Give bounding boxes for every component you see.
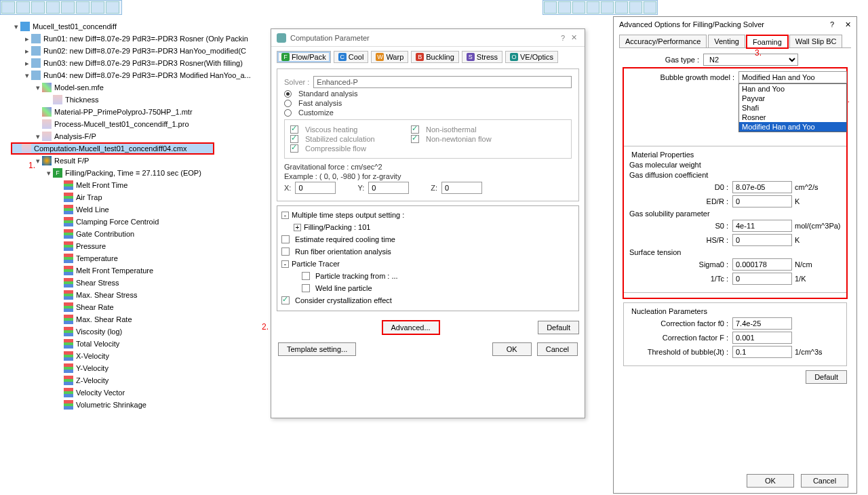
tab-stress[interactable]: SStress xyxy=(462,51,502,63)
tab-foaming[interactable]: Foaming xyxy=(747,35,788,48)
toolbar-btn[interactable] xyxy=(544,1,557,14)
tree-analysis[interactable]: ▾Analysis-F/P xyxy=(12,130,270,142)
d0-input[interactable] xyxy=(732,181,792,193)
dropdown-option[interactable]: Payvar xyxy=(739,94,846,103)
default-button[interactable]: Default xyxy=(806,370,847,384)
ok-button[interactable]: OK xyxy=(747,474,794,488)
tree-result-item[interactable]: Clamping Force Centroid xyxy=(12,216,270,228)
tab-accuracy[interactable]: Accuracy/Performance xyxy=(619,35,707,47)
toolbar-btn[interactable] xyxy=(629,1,642,14)
ok-button[interactable]: OK xyxy=(492,342,532,356)
y-input[interactable] xyxy=(368,182,409,194)
dialog-titlebar[interactable]: Advanced Options for Filling/Packing Sol… xyxy=(614,17,856,32)
solver-select[interactable] xyxy=(313,76,572,88)
sigma-input[interactable] xyxy=(732,258,792,271)
tree-result-item[interactable]: Gate Contribution xyxy=(12,228,270,240)
toolbar-btn[interactable] xyxy=(61,1,75,14)
z-input[interactable] xyxy=(441,182,482,194)
bubble-model-dropdown[interactable]: Han and YooPayvarShafiRosnerModified Han… xyxy=(738,83,847,132)
tree-result-item[interactable]: Pressure xyxy=(12,240,270,252)
tree-result-item[interactable]: Max. Shear Stress xyxy=(12,289,270,301)
jt-input[interactable] xyxy=(732,346,792,358)
expand-icon[interactable]: + xyxy=(294,224,301,231)
radio-fast[interactable] xyxy=(284,100,292,107)
chk-fiber[interactable] xyxy=(281,248,290,256)
tab-warp[interactable]: WWarp xyxy=(371,51,408,63)
tree-result-item[interactable]: Melt Front Time xyxy=(12,179,270,191)
toolbar-btn[interactable] xyxy=(76,1,90,14)
help-button[interactable]: ? xyxy=(830,20,834,28)
toolbar-btn[interactable] xyxy=(16,1,30,14)
dialog-titlebar[interactable]: Computation Parameter ? ✕ xyxy=(271,29,585,47)
dropdown-option[interactable]: Modified Han and Yoo xyxy=(739,122,846,132)
collapse-icon[interactable]: - xyxy=(281,260,289,268)
tree-run[interactable]: ▸Run02: new Diff=8.07e-29 PdR3=-PDR3 Han… xyxy=(12,45,270,57)
dropdown-option[interactable]: Rosner xyxy=(739,113,846,122)
tree-run[interactable]: ▾Run04: new Diff=8.07e-29 PdR3=-PDR3 Mod… xyxy=(12,69,270,81)
tree-result-item[interactable]: Total Velocity xyxy=(12,338,270,350)
toolbar-btn[interactable] xyxy=(91,1,104,14)
radio-standard[interactable] xyxy=(284,90,292,98)
toolbar-btn[interactable] xyxy=(572,1,585,14)
gas-type-select[interactable]: N2 xyxy=(703,54,798,66)
tree-model[interactable]: ▾Model-sen.mfe xyxy=(12,81,270,94)
edr-input[interactable] xyxy=(732,195,792,207)
tree-result-item[interactable]: Shear Rate xyxy=(12,301,270,313)
toolbar-btn[interactable] xyxy=(31,1,45,14)
chk-crystal[interactable] xyxy=(281,296,290,304)
tree-result-item[interactable]: X-Velocity xyxy=(12,350,270,362)
tree-result-item[interactable]: Max. Shear Rate xyxy=(12,313,270,325)
chk-ptrack[interactable] xyxy=(302,272,310,280)
tree-fillingpacking[interactable]: ▾Filling/Packing, Time = 27.110 sec (EOP… xyxy=(12,167,270,179)
help-button[interactable]: ? xyxy=(557,34,568,42)
close-icon[interactable]: ✕ xyxy=(568,33,579,42)
tc-input[interactable] xyxy=(732,273,792,285)
cancel-button[interactable]: Cancel xyxy=(801,474,848,488)
hsr-input[interactable] xyxy=(732,234,792,246)
advanced-button[interactable]: Advanced... xyxy=(382,321,439,334)
dropdown-option[interactable]: Shafi xyxy=(739,103,846,113)
tab-veoptics[interactable]: OVE/Optics xyxy=(505,51,558,63)
F-input[interactable] xyxy=(732,332,792,344)
tree-root[interactable]: ▾Mucell_test01_concendiff xyxy=(12,20,270,33)
x-input[interactable] xyxy=(295,182,336,194)
tree-material[interactable]: Material-PP_PrimePolyproJ-750HP_1.mtr xyxy=(12,106,270,118)
tree-computation-selected[interactable]: Computation-Mucell_test01_concendiff04.c… xyxy=(11,142,214,155)
close-icon[interactable]: ✕ xyxy=(845,20,851,29)
tab-buckling[interactable]: BBuckling xyxy=(411,51,459,63)
tab-venting[interactable]: Venting xyxy=(708,35,745,47)
s0-input[interactable] xyxy=(732,220,792,232)
toolbar-btn[interactable] xyxy=(1,1,15,14)
toolbar-btn[interactable] xyxy=(587,1,599,14)
bubble-model-select[interactable] xyxy=(738,71,847,83)
tree-result-item[interactable]: Weld Line xyxy=(12,203,270,216)
chk-weldpart[interactable] xyxy=(302,284,310,292)
toolbar-btn[interactable] xyxy=(106,1,119,14)
tree-result-item[interactable]: Viscosity (log) xyxy=(12,325,270,338)
tree-result-item[interactable]: Air Trap xyxy=(12,191,270,203)
tree-result-item[interactable]: Volumetric Shrinkage xyxy=(12,399,270,411)
collapse-icon[interactable]: - xyxy=(281,212,289,219)
tree-result-item[interactable]: Y-Velocity xyxy=(12,362,270,374)
tree-result-item[interactable]: Velocity Vector xyxy=(12,387,270,399)
tab-flowpack[interactable]: FFlow/Pack xyxy=(277,51,331,63)
tree-run[interactable]: ▸Run01: new Diff=8.07e-29 PdR3=-PDR3 Ros… xyxy=(12,33,270,45)
toolbar-btn[interactable] xyxy=(601,1,614,14)
options-listbox[interactable]: -Multiple time steps output setting : +F… xyxy=(277,205,579,311)
tree-process[interactable]: Process-Mucell_test01_concendiff_1.pro xyxy=(12,118,270,130)
tree-result-item[interactable]: Shear Stress xyxy=(12,277,270,289)
tab-wallslip[interactable]: Wall Slip BC xyxy=(789,35,843,47)
default-button[interactable]: Default xyxy=(538,321,579,334)
tree-result[interactable]: ▾Result F/P xyxy=(12,155,270,167)
tree-result-item[interactable]: Z-Velocity xyxy=(12,374,270,387)
toolbar-btn[interactable] xyxy=(615,1,628,14)
toolbar-btn[interactable] xyxy=(46,1,60,14)
toolbar-btn[interactable] xyxy=(558,1,571,14)
tree-result-item[interactable]: Melt Front Temperature xyxy=(12,264,270,277)
toolbar-btn[interactable] xyxy=(644,1,656,14)
f0-input[interactable] xyxy=(732,317,792,330)
dropdown-option[interactable]: Han and Yoo xyxy=(739,84,846,94)
chk-cooling-time[interactable] xyxy=(281,235,290,243)
tree-result-item[interactable]: Temperature xyxy=(12,252,270,264)
template-setting-button[interactable]: Template setting... xyxy=(278,342,356,356)
